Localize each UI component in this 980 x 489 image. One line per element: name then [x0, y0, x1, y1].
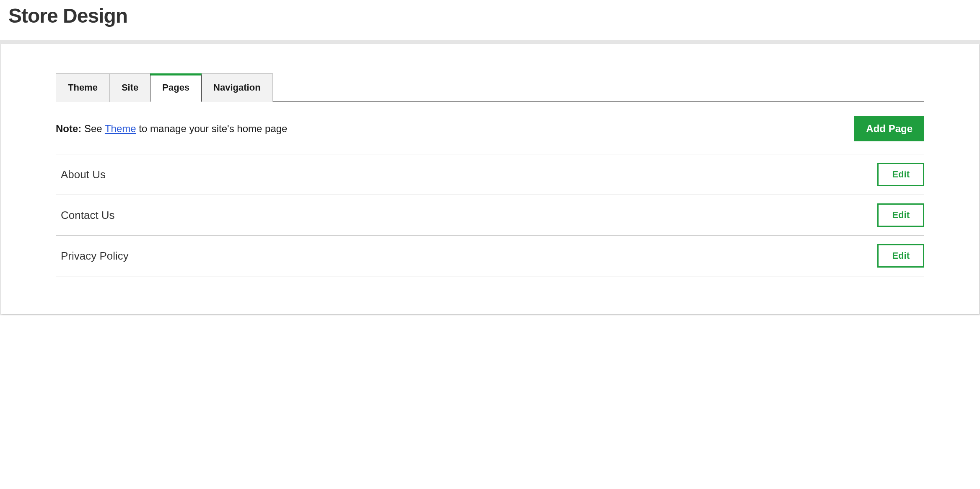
tab-pages[interactable]: Pages	[150, 73, 202, 102]
tab-navigation[interactable]: Navigation	[201, 73, 272, 102]
page-row: Contact Us Edit	[56, 195, 924, 236]
page-row: About Us Edit	[56, 154, 924, 195]
page-header: Store Design	[0, 0, 980, 40]
tab-label: Theme	[68, 82, 98, 93]
note-prefix: See	[81, 123, 105, 134]
note-row: Note: See Theme to manage your site's ho…	[56, 102, 924, 154]
add-page-button[interactable]: Add Page	[854, 116, 924, 141]
tab-theme[interactable]: Theme	[56, 73, 110, 102]
tab-site[interactable]: Site	[109, 73, 150, 102]
tab-label: Pages	[162, 82, 189, 93]
page-name: Contact Us	[61, 209, 115, 222]
edit-button[interactable]: Edit	[877, 244, 924, 268]
theme-link[interactable]: Theme	[105, 123, 136, 134]
tab-label: Navigation	[213, 82, 260, 93]
page-row: Privacy Policy Edit	[56, 236, 924, 276]
edit-button[interactable]: Edit	[877, 203, 924, 227]
page-name: About Us	[61, 168, 106, 181]
note-label: Note:	[56, 123, 81, 134]
tab-label: Site	[122, 82, 138, 93]
note-text: Note: See Theme to manage your site's ho…	[56, 123, 287, 135]
page-name: Privacy Policy	[61, 250, 129, 263]
page-title: Store Design	[8, 4, 972, 27]
content-backdrop: Theme Site Pages Navigation Note: See Th…	[0, 40, 980, 315]
content-card: Theme Site Pages Navigation Note: See Th…	[1, 44, 979, 314]
edit-button[interactable]: Edit	[877, 163, 924, 186]
tab-bar: Theme Site Pages Navigation	[56, 73, 924, 102]
note-suffix: to manage your site's home page	[136, 123, 288, 134]
